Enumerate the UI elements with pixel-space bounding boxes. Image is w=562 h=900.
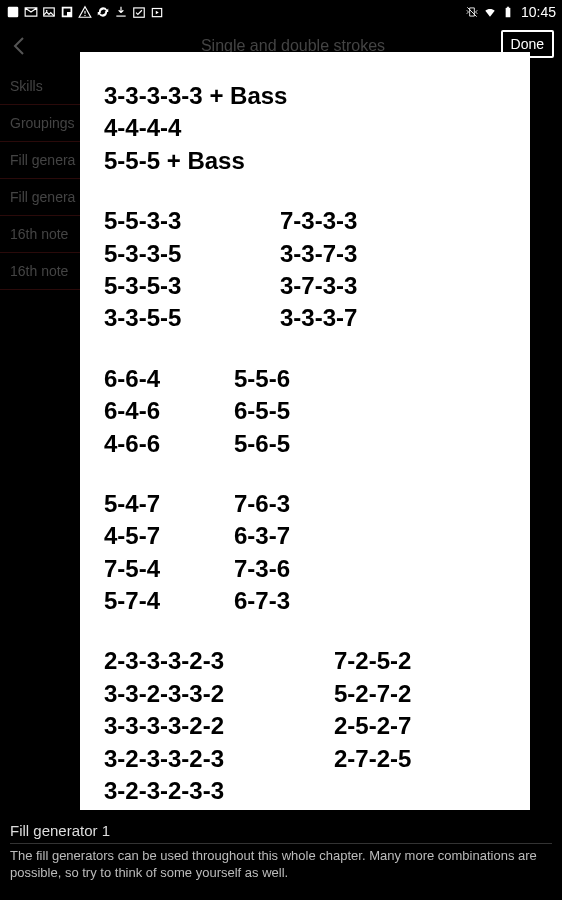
footer-body: The fill generators can be used througho… [10,848,552,882]
svg-rect-7 [84,15,85,16]
pattern-col-a: 5-4-7 4-5-7 7-5-4 5-7-4 [104,488,234,618]
svg-rect-0 [8,7,19,18]
pattern-col-a: 5-5-3-3 5-3-3-5 5-3-5-3 3-3-5-5 [104,205,280,335]
mail-icon [24,5,38,19]
sidebar-item[interactable]: 16th note [0,253,80,290]
svg-rect-5 [67,9,71,13]
pattern-block-4: 5-4-7 4-5-7 7-5-4 5-7-4 7-6-3 6-3-7 7-3-… [104,488,506,618]
back-icon[interactable] [8,34,32,58]
pattern-cell: 3-3-3-3-2-2 [104,710,334,742]
pattern-cell: 6-5-5 [234,395,290,427]
pattern-cell: 5-7-4 [104,585,234,617]
svg-rect-4 [64,9,68,16]
pattern-block-1: 3-3-3-3-3 + Bass 4-4-4-4 5-5-5 + Bass [104,80,506,177]
checkbox-icon [132,5,146,19]
pattern-block-5: 2-3-3-3-2-3 3-3-2-3-3-2 3-3-3-3-2-2 3-2-… [104,645,506,807]
pattern-col-b: 7-3-3-3 3-3-7-3 3-7-3-3 3-3-3-7 [280,205,357,335]
sidebar-item[interactable]: 16th note [0,216,80,253]
pattern-cell: 6-3-7 [234,520,290,552]
pattern-cell: 6-6-4 [104,363,234,395]
footer-title: Fill generator 1 [10,822,552,844]
pattern-cell: 7-3-6 [234,553,290,585]
pattern-block-2: 5-5-3-3 5-3-3-5 5-3-5-3 3-3-5-5 7-3-3-3 … [104,205,506,335]
pattern-cell: 5-2-7-2 [334,678,411,710]
app-icon-1 [6,5,20,19]
footer-caption: Fill generator 1 The fill generators can… [0,812,562,900]
pattern-cell: 2-3-3-3-2-3 [104,645,334,677]
status-left [6,5,164,19]
sidebar-item[interactable]: Skills [0,68,80,105]
pattern-block-3: 6-6-4 6-4-6 4-6-6 5-5-6 6-5-5 5-6-5 [104,363,506,460]
pattern-cell: 7-5-4 [104,553,234,585]
pattern-cell: 4-6-6 [104,428,234,460]
pattern-cell: 2-7-2-5 [334,743,411,775]
pattern-cell: 5-3-5-3 [104,270,280,302]
pattern-cell: 7-6-3 [234,488,290,520]
pattern-col-b: 5-5-6 6-5-5 5-6-5 [234,363,290,460]
pattern-cell: 7-3-3-3 [280,205,357,237]
pattern-cell: 5-5-6 [234,363,290,395]
image-icon [42,5,56,19]
sidebar-item[interactable]: Fill genera [0,179,80,216]
vibrate-icon [465,5,479,19]
wifi-icon [483,5,497,19]
pattern-cell: 3-3-7-3 [280,238,357,270]
status-right: 10:45 [465,4,556,20]
pattern-cell: 3-3-2-3-3-2 [104,678,334,710]
pattern-cell: 3-2-3-2-3-3 [104,775,334,807]
sidebar-item-label: 16th note [10,263,68,279]
flipboard-icon [60,5,74,19]
svg-rect-11 [507,7,509,8]
download-icon [114,5,128,19]
pattern-cell: 3-2-3-3-2-3 [104,743,334,775]
pattern-line: 3-3-3-3-3 + Bass [104,80,506,112]
svg-rect-6 [84,11,85,14]
pattern-cell: 5-4-7 [104,488,234,520]
pattern-cell: 6-4-6 [104,395,234,427]
pattern-cell: 3-3-3-7 [280,302,357,334]
sidebar-item-label: Skills [10,78,43,94]
battery-icon [501,5,515,19]
sidebar: Skills Groupings Fill genera Fill genera… [0,68,80,290]
pattern-cell: 3-3-5-5 [104,302,280,334]
sync-icon [96,5,110,19]
clock-time: 10:45 [521,4,556,20]
pattern-cell: 4-5-7 [104,520,234,552]
pattern-cell: 5-3-3-5 [104,238,280,270]
sidebar-item-label: Fill genera [10,152,75,168]
sidebar-item-label: 16th note [10,226,68,242]
pattern-col-b: 7-6-3 6-3-7 7-3-6 6-7-3 [234,488,290,618]
pattern-cell: 5-5-3-3 [104,205,280,237]
sidebar-item[interactable]: Fill genera [0,142,80,179]
pattern-cell: 6-7-3 [234,585,290,617]
sidebar-item-label: Groupings [10,115,75,131]
pattern-col-a: 6-6-4 6-4-6 4-6-6 [104,363,234,460]
sidebar-item[interactable]: Groupings [0,105,80,142]
pattern-cell: 7-2-5-2 [334,645,411,677]
pattern-line: 5-5-5 + Bass [104,145,506,177]
play-store-icon [150,5,164,19]
svg-rect-10 [506,8,511,17]
pattern-line: 4-4-4-4 [104,112,506,144]
pattern-col-a: 2-3-3-3-2-3 3-3-2-3-3-2 3-3-3-3-2-2 3-2-… [104,645,334,807]
sidebar-item-label: Fill genera [10,189,75,205]
status-bar: 10:45 [0,0,562,24]
pattern-cell: 3-7-3-3 [280,270,357,302]
warning-icon [78,5,92,19]
pattern-cell: 2-5-2-7 [334,710,411,742]
pattern-col-b: 7-2-5-2 5-2-7-2 2-5-2-7 2-7-2-5 [334,645,411,807]
pattern-cell: 5-6-5 [234,428,290,460]
content-sheet: 3-3-3-3-3 + Bass 4-4-4-4 5-5-5 + Bass 5-… [80,52,530,810]
